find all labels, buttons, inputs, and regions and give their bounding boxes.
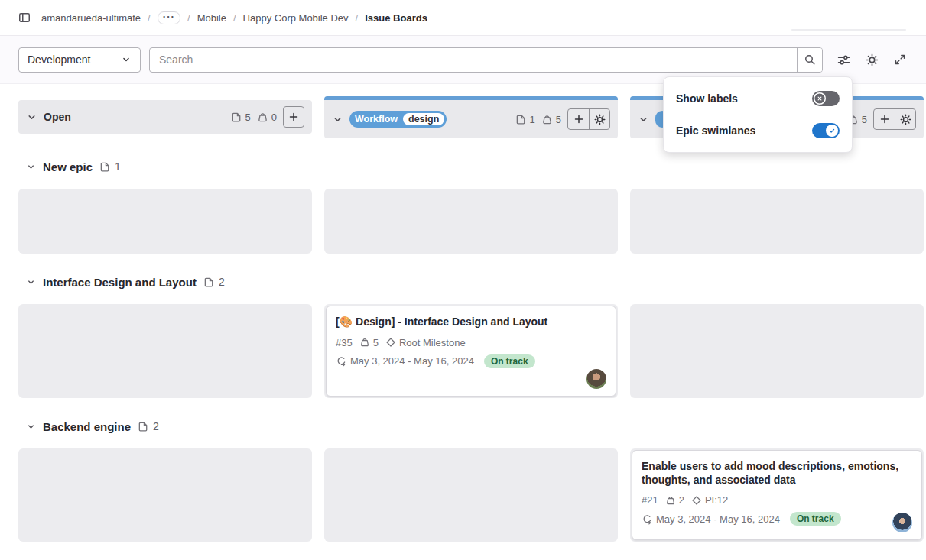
issue-icon	[515, 114, 527, 125]
issue-card-mood[interactable]: Enable users to add mood descriptions, e…	[632, 450, 922, 540]
show-labels-label: Show labels	[676, 92, 738, 105]
collapse-column-icon[interactable]	[332, 114, 343, 125]
swimlane-row-new-epic	[18, 189, 924, 254]
issue-weight: 5	[359, 337, 379, 348]
breadcrumb-separator: /	[148, 12, 151, 24]
plus-icon	[573, 113, 585, 125]
toolbar-actions	[836, 52, 908, 67]
breadcrumb-current-page: Issue Boards	[365, 12, 427, 24]
board-settings-button[interactable]	[864, 52, 879, 67]
plus-icon	[288, 111, 300, 123]
issue-card-design[interactable]: [🎨 Design] - Interface Design and Layout…	[326, 306, 616, 397]
column-scoped-label: Workflow design	[349, 111, 447, 128]
swimlane-row-backend-engine: Enable users to add mood descriptions, e…	[18, 448, 924, 542]
milestone-icon	[691, 495, 702, 506]
collapse-swimlane-icon[interactable]	[26, 162, 36, 172]
board-switcher-value: Development	[28, 53, 91, 66]
board-settings-popover: Show labels Epic swimlanes	[663, 76, 853, 153]
search-button[interactable]	[797, 48, 822, 72]
health-status-badge: On track	[484, 354, 535, 368]
issue-icon	[99, 161, 111, 173]
assignee-avatar[interactable]	[892, 513, 912, 532]
swimlane-cell: Enable users to add mood descriptions, e…	[630, 448, 924, 542]
show-labels-toggle[interactable]	[812, 91, 840, 106]
column-title: Open	[44, 111, 71, 123]
issue-iteration-dates: May 3, 2024 - May 16, 2024	[336, 355, 474, 367]
issue-icon	[138, 421, 149, 432]
breadcrumb-subgroup[interactable]: Mobile	[197, 12, 226, 24]
column-issue-count: 5	[231, 112, 251, 123]
epic-swimlanes-toggle[interactable]	[812, 123, 840, 138]
search-icon	[804, 53, 816, 66]
issue-title: [🎨 Design] - Interface Design and Layout	[336, 316, 606, 329]
issue-weight: 2	[665, 494, 684, 506]
board-switcher-dropdown[interactable]: Development	[18, 47, 141, 73]
issue-icon	[231, 112, 242, 123]
issue-reference: #35	[336, 337, 353, 348]
swimlane-title[interactable]: Interface Design and Layout	[43, 276, 197, 289]
plus-icon	[879, 113, 891, 125]
issue-milestone: Root Milestone	[385, 337, 466, 348]
breadcrumb-bar: amandarueda-ultimate / ··· / Mobile / Ha…	[0, 0, 926, 36]
collapse-swimlane-icon[interactable]	[26, 422, 36, 432]
chevron-down-icon	[121, 54, 132, 65]
collapse-column-icon[interactable]	[26, 112, 37, 123]
add-issue-button[interactable]	[568, 109, 589, 129]
add-issue-button[interactable]	[283, 106, 304, 128]
issue-milestone: PI:12	[691, 494, 728, 506]
column-settings-button[interactable]	[589, 109, 609, 129]
swimlane-issue-count: 2	[138, 420, 159, 432]
milestone-icon	[385, 337, 396, 348]
iteration-icon	[642, 513, 653, 525]
column-weight-count: 5	[541, 114, 561, 125]
breadcrumb-ellipsis-button[interactable]: ···	[158, 11, 180, 24]
breadcrumb: amandarueda-ultimate / ··· / Mobile / Ha…	[41, 11, 427, 24]
swimlane-header-interface-design: Interface Design and Layout 2	[18, 270, 924, 293]
toggle-x-icon	[816, 95, 824, 102]
column-issue-count: 1	[515, 114, 535, 125]
popover-edge-decoration	[791, 29, 906, 31]
column-actions	[873, 108, 916, 130]
swimlane-cell	[324, 189, 618, 254]
swimlane-cell	[324, 448, 618, 542]
board-search	[149, 47, 823, 73]
swimlane-cell	[630, 189, 924, 254]
health-status-badge: On track	[790, 512, 841, 526]
assignee-avatar[interactable]	[586, 369, 606, 389]
column-header-workflow-design: Workflow design 1 5	[324, 96, 618, 138]
breadcrumb-group[interactable]: amandarueda-ultimate	[41, 12, 141, 24]
swimlane-cell: [🎨 Design] - Interface Design and Layout…	[324, 304, 618, 398]
collapse-column-icon[interactable]	[638, 114, 649, 125]
swimlane-cell	[18, 304, 312, 398]
weight-icon	[665, 495, 676, 506]
swimlane-title[interactable]: New epic	[43, 160, 93, 173]
collapse-swimlane-icon[interactable]	[26, 277, 36, 287]
toggle-knob	[814, 92, 826, 105]
breadcrumb-project[interactable]: Happy Corp Mobile Dev	[243, 12, 349, 24]
iteration-icon	[336, 355, 347, 367]
column-settings-button[interactable]	[895, 109, 915, 129]
weight-icon	[541, 114, 553, 125]
swimlane-issue-count: 1	[99, 160, 121, 173]
breadcrumb-separator: /	[187, 12, 190, 24]
swimlane-issue-count: 2	[203, 276, 225, 288]
swimlane-title[interactable]: Backend engine	[43, 420, 131, 433]
epic-swimlanes-row: Epic swimlanes	[676, 121, 840, 141]
epic-swimlanes-label: Epic swimlanes	[676, 125, 755, 137]
swimlane-cell	[18, 189, 312, 254]
issue-board: Open 5 0 Workflow	[18, 96, 924, 542]
column-actions	[567, 108, 610, 130]
breadcrumb-separator: /	[233, 12, 236, 24]
fullscreen-button[interactable]	[892, 52, 908, 67]
search-input[interactable]	[150, 48, 797, 72]
issue-reference: #21	[642, 494, 658, 506]
issue-title: Enable users to add mood descriptions, e…	[642, 460, 912, 487]
gear-icon	[866, 53, 879, 66]
swimlane-cell	[630, 304, 924, 398]
sidebar-toggle-icon[interactable]	[18, 11, 31, 24]
breadcrumb-separator: /	[356, 12, 359, 24]
board-config-sliders-button[interactable]	[836, 52, 851, 67]
show-labels-row: Show labels	[676, 89, 840, 108]
add-issue-button[interactable]	[874, 109, 895, 129]
swimlane-header-new-epic: New epic 1	[18, 155, 924, 178]
